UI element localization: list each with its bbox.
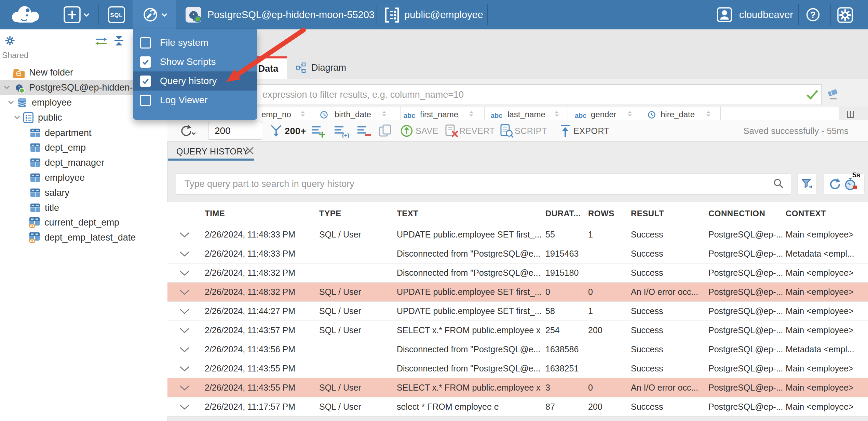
row-expand-chevron-icon[interactable] — [179, 347, 190, 352]
column-header-gender[interactable]: gender — [591, 110, 616, 119]
column-header-last-name[interactable]: last_name — [507, 110, 545, 119]
sidebar-item-table-dept-manager[interactable]: dept_manager — [0, 155, 198, 170]
query-history-tab[interactable]: QUERY HISTORY — [176, 147, 249, 157]
header-duration[interactable]: DURAT... — [542, 202, 585, 225]
row-expand-chevron-icon[interactable] — [179, 366, 190, 371]
sort-icon[interactable] — [555, 111, 559, 117]
query-history-row-error[interactable]: 2/26/2024, 11:43:55 PM SQL / User SELECT… — [167, 378, 868, 397]
cell-connection: PostgreSQL@ep-... — [705, 244, 783, 263]
row-expand-chevron-icon[interactable] — [179, 232, 190, 237]
query-history-row[interactable]: 2/26/2024, 11:48:33 PM SQL / User UPDATE… — [167, 225, 868, 244]
panel-divider[interactable] — [167, 163, 868, 163]
header-type[interactable]: TYPE — [316, 202, 394, 225]
menu-item-query-history[interactable]: Query history — [133, 71, 257, 91]
copy-icon[interactable] — [379, 124, 392, 138]
duplicate-row-button[interactable]: (+) — [334, 125, 350, 138]
query-history-row[interactable]: 2/26/2024, 11:48:33 PM Disconnected from… — [167, 244, 868, 263]
revert-button[interactable]: REVERT — [459, 126, 495, 136]
refresh-data-button[interactable] — [178, 124, 197, 138]
query-history-row-error[interactable]: 2/26/2024, 11:48:32 PM SQL / User UPDATE… — [167, 283, 868, 302]
save-button[interactable]: SAVE — [416, 126, 438, 136]
checkbox-file-system[interactable] — [140, 37, 151, 49]
cell-text: UPDATE public.employee SET first_... — [394, 283, 542, 301]
refresh-history-icon[interactable] — [828, 177, 841, 190]
connection-name[interactable]: PostgreSQL@ep-hidden-moon-55203 — [207, 9, 375, 21]
new-object-chevron-icon[interactable] — [83, 13, 90, 17]
row-expand-chevron-icon[interactable] — [179, 385, 190, 391]
cell-context: Metadata <empl... — [783, 244, 868, 263]
sidebar-item-table-salary[interactable]: salary — [0, 185, 198, 200]
expand-chevron-icon[interactable] — [4, 86, 10, 89]
grid-columns-settings-icon[interactable] — [846, 110, 855, 119]
column-header-first-name[interactable]: first_name — [420, 110, 458, 119]
settings-gear-button[interactable] — [837, 7, 853, 23]
query-history-row[interactable]: 2/26/2024, 11:43:57 PM SQL / User SELECT… — [167, 321, 868, 340]
expand-chevron-icon[interactable] — [8, 101, 14, 104]
new-object-button[interactable] — [64, 6, 81, 23]
header-result[interactable]: RESULT — [628, 202, 705, 225]
column-header-emp-no[interactable]: emp_no — [261, 110, 291, 119]
export-icon[interactable] — [559, 124, 571, 138]
cell-connection: PostgreSQL@ep-... — [705, 321, 783, 340]
header-time[interactable]: TIME — [202, 202, 316, 225]
script-button[interactable]: SCRIPT — [515, 126, 547, 136]
header-connection[interactable]: CONNECTION — [705, 202, 783, 225]
row-expand-chevron-icon[interactable] — [179, 404, 190, 410]
sidebar-item-view-current-dept-emp[interactable]: current_dept_emp — [0, 215, 196, 230]
tools-menu-button[interactable] — [133, 0, 176, 29]
row-expand-chevron-icon[interactable] — [179, 309, 190, 314]
query-history-row[interactable]: 2/26/2024, 11:44:27 PM SQL / User UPDATE… — [167, 302, 868, 321]
fetch-more-label[interactable]: 200+ — [285, 126, 306, 137]
sort-icon[interactable] — [301, 111, 305, 117]
delete-row-button[interactable] — [357, 125, 372, 138]
sidebar-item-table-dept-emp[interactable]: dept_emp — [0, 140, 198, 155]
row-expand-chevron-icon[interactable] — [179, 328, 190, 333]
fetch-more-icon[interactable] — [270, 124, 282, 137]
help-button[interactable]: ? — [805, 7, 820, 22]
header-rows[interactable]: ROWS — [585, 202, 628, 225]
sql-editor-button[interactable]: SQL — [108, 6, 125, 23]
save-icon[interactable] — [400, 124, 413, 138]
sort-icon[interactable] — [628, 111, 632, 117]
checkbox-log-viewer[interactable] — [140, 95, 151, 106]
sidebar-settings-gear-icon[interactable] — [5, 36, 15, 46]
column-header-hire-date[interactable]: hire_date — [661, 110, 695, 119]
header-text[interactable]: TEXT — [394, 202, 542, 225]
script-icon[interactable] — [500, 124, 514, 138]
query-history-row[interactable]: 2/26/2024, 11:17:57 PM SQL / User select… — [167, 397, 868, 417]
sort-icon[interactable] — [469, 111, 473, 117]
filter-expression-input[interactable] — [173, 84, 803, 105]
menu-item-log-viewer[interactable]: Log Viewer — [133, 91, 257, 110]
query-history-row[interactable]: 2/26/2024, 11:48:32 PM Disconnected from… — [167, 263, 868, 283]
add-row-button[interactable] — [311, 125, 326, 138]
menu-item-file-system[interactable]: File system — [133, 33, 257, 52]
query-history-row[interactable]: 2/26/2024, 11:43:55 PM Disconnected from… — [167, 359, 868, 378]
schema-context-name[interactable]: public@employee — [404, 9, 483, 21]
row-expand-chevron-icon[interactable] — [179, 251, 190, 257]
collapse-all-icon[interactable] — [113, 36, 124, 45]
column-header-birth-date[interactable]: birth_date — [335, 110, 371, 119]
expand-chevron-icon[interactable] — [14, 116, 20, 119]
header-context[interactable]: CONTEXT — [783, 202, 868, 225]
row-limit-input[interactable] — [208, 122, 262, 140]
apply-filter-button[interactable] — [803, 84, 822, 105]
export-button[interactable]: EXPORT — [573, 126, 609, 136]
sync-connections-icon[interactable] — [95, 37, 107, 46]
checkbox-query-history[interactable] — [140, 76, 151, 87]
sort-icon[interactable] — [706, 111, 710, 117]
close-tab-icon[interactable] — [245, 146, 254, 155]
clear-filter-eraser-icon[interactable] — [826, 88, 840, 101]
sort-icon[interactable] — [382, 111, 386, 117]
sidebar-item-view-dept-emp-latest-date[interactable]: dept_emp_latest_date — [0, 230, 196, 245]
sidebar-item-table-employee[interactable]: employee — [0, 170, 198, 185]
query-history-row[interactable]: 2/26/2024, 11:43:56 PM Disconnected from… — [167, 340, 868, 359]
row-expand-chevron-icon[interactable] — [179, 270, 190, 276]
checkbox-show-scripts[interactable] — [140, 56, 151, 68]
filter-query-history-button[interactable] — [797, 173, 816, 194]
tab-diagram[interactable]: Diagram — [287, 56, 355, 79]
row-expand-chevron-icon[interactable] — [179, 289, 190, 295]
user-name[interactable]: cloudbeaver — [739, 9, 793, 21]
revert-icon[interactable] — [444, 124, 459, 138]
query-history-search-input[interactable] — [176, 173, 791, 194]
menu-item-show-scripts[interactable]: Show Scripts — [133, 52, 257, 71]
